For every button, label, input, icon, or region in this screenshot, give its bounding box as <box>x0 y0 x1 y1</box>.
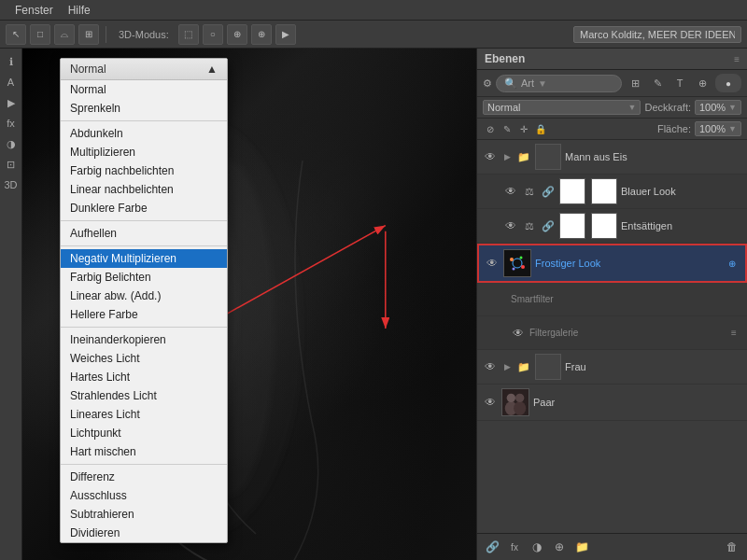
layer-paar[interactable]: 👁 Paar <box>477 385 747 421</box>
footer-adj-btn[interactable]: ⊕ <box>550 538 569 556</box>
tool-3d-5[interactable]: ▶ <box>275 24 296 45</box>
filter-btn-1[interactable]: ⊞ <box>626 74 644 92</box>
sep-4 <box>61 327 227 328</box>
blend-item-hart-mischen[interactable]: Hart mischen <box>61 442 227 461</box>
tool-3d[interactable]: 3D <box>2 175 21 194</box>
blend-item-linear-nachbelichten[interactable]: Linear nachbelichten <box>61 180 227 199</box>
menu-hilfe[interactable]: Hilfe <box>61 2 98 19</box>
tool-adjust[interactable]: ◑ <box>2 134 21 153</box>
blend-item-subtrahieren[interactable]: Subtrahieren <box>61 505 227 524</box>
blend-item-sprenkeln[interactable]: Sprenkeln <box>61 99 227 118</box>
tool-3d-4[interactable]: ⊕ <box>251 24 272 45</box>
blend-mode-select[interactable]: Normal ▼ <box>483 100 641 115</box>
tool-play[interactable]: ▶ <box>2 93 21 112</box>
layer-mann-aus-eis[interactable]: 👁 ▶ 📁 Mann aus Eis <box>477 140 747 175</box>
layer-vis-blauer[interactable]: 👁 <box>503 184 518 199</box>
layer-entsaettigen[interactable]: 👁 ⚖ 🔗 Entsättigen <box>477 209 747 244</box>
blend-item-negativ-multiplizieren[interactable]: Negativ Multiplizieren <box>61 249 227 268</box>
layer-vis-paar[interactable]: 👁 <box>483 395 498 410</box>
filter-btn-3[interactable]: T <box>670 74 689 92</box>
blend-item-lineares-licht[interactable]: Lineares Licht <box>61 405 227 424</box>
blend-mode-value: Normal <box>487 102 628 113</box>
tool-history[interactable]: ⊡ <box>2 155 21 174</box>
lock-position[interactable]: ✛ <box>516 121 531 136</box>
sep-5 <box>61 464 227 465</box>
blend-item-dividieren[interactable]: Dividieren <box>61 524 227 542</box>
lock-pixels[interactable]: ✎ <box>500 121 514 136</box>
layer-expand-1[interactable]: ▶ <box>501 151 513 162</box>
blend-item-aufhellen[interactable]: Aufhellen <box>61 224 227 243</box>
layer-vis-filter[interactable]: 👁 <box>511 326 526 341</box>
tool-lasso[interactable]: ⌓ <box>54 24 75 45</box>
tool-crop[interactable]: ⊞ <box>78 24 99 45</box>
blend-item-abdunkeln[interactable]: Abdunkeln <box>61 124 227 143</box>
filter-btn-2[interactable]: ✎ <box>648 74 667 92</box>
blend-item-multiplizieren[interactable]: Multiplizieren <box>61 143 227 161</box>
filter-toggle[interactable]: ● <box>715 74 741 92</box>
filter-dropdown-arrow[interactable]: ▼ <box>538 78 547 89</box>
layer-filtergalerie[interactable]: 👁 Filtergalerie ≡ <box>477 316 747 350</box>
blend-item-linear-abw[interactable]: Linear abw. (Add.) <box>61 287 227 305</box>
fill-input[interactable]: 100% ▼ <box>695 121 741 136</box>
filter-btn-4[interactable]: ⊕ <box>693 74 712 92</box>
blend-group-1: Normal Sprenkeln <box>61 80 227 118</box>
blend-item-weiches-licht[interactable]: Weiches Licht <box>61 349 227 368</box>
tool-3d-1[interactable]: ⬚ <box>178 24 199 45</box>
layer-vis-1[interactable]: 👁 <box>483 149 498 164</box>
filter-icon: ⚙ <box>483 77 492 90</box>
footer-fx-btn[interactable]: fx <box>505 538 524 556</box>
blend-item-hellere-farbe[interactable]: Hellere Farbe <box>61 305 227 324</box>
layer-frostiger-look[interactable]: 👁 Frostiger Look ⊕ <box>477 244 747 283</box>
filtergalerie-settings-icon[interactable]: ≡ <box>726 326 741 341</box>
sep1 <box>106 26 106 43</box>
panel-collapse-btn[interactable]: ≡ <box>734 54 740 64</box>
lock-transparent[interactable]: ⊘ <box>483 121 498 136</box>
blend-item-farbig-belichten[interactable]: Farbig Belichten <box>61 268 227 287</box>
layer-smart-icon: ⊕ <box>725 256 740 271</box>
blend-item-normal[interactable]: Normal <box>61 80 227 99</box>
tool-move[interactable]: ↖ <box>6 24 26 45</box>
menu-fenster[interactable]: Fenster <box>7 2 61 19</box>
blend-item-farbig-nachbelichten[interactable]: Farbig nachbelichten <box>61 161 227 180</box>
blend-item-differenz[interactable]: Differenz <box>61 468 227 486</box>
opacity-row: Normal ▼ Deckkraft: 100% ▼ <box>477 97 747 119</box>
opacity-input[interactable]: 100% ▼ <box>695 100 741 115</box>
tool-info[interactable]: ℹ <box>2 52 21 71</box>
layers-list[interactable]: 👁 ▶ 📁 Mann aus Eis 👁 ⚖ 🔗 Blauer Look 👁 ⚖… <box>477 140 747 533</box>
footer-link-btn[interactable]: 🔗 <box>483 538 501 556</box>
footer-trash-btn[interactable]: 🗑 <box>723 538 741 556</box>
blend-item-dunklere-farbe[interactable]: Dunklere Farbe <box>61 199 227 217</box>
footer-folder-btn[interactable]: 📁 <box>572 538 591 556</box>
blend-dropdown-header[interactable]: Normal ▲ <box>61 59 227 80</box>
sep-2 <box>61 220 227 221</box>
blend-group-6: Differenz Ausschluss Subtrahieren Dividi… <box>61 468 227 542</box>
blend-item-strahlendes-licht[interactable]: Strahlendes Licht <box>61 386 227 405</box>
tool-fx[interactable]: fx <box>2 114 21 133</box>
layer-frau[interactable]: 👁 ▶ 📁 Frau <box>477 350 747 385</box>
tool-3d-2[interactable]: ○ <box>203 24 223 45</box>
lock-icons: ⊘ ✎ ✛ 🔒 <box>483 121 548 136</box>
layer-thumb-paar <box>501 388 529 416</box>
layers-filter-row: ⚙ 🔍 Art ▼ ⊞ ✎ T ⊕ ● <box>477 70 747 97</box>
layer-vis-ent[interactable]: 👁 <box>503 218 518 233</box>
workspace-search[interactable] <box>573 26 741 43</box>
blend-dropdown-arrow: ▲ <box>206 63 218 76</box>
layer-vis-frostiger[interactable]: 👁 <box>485 256 500 271</box>
lock-all[interactable]: 🔒 <box>533 121 548 136</box>
svg-point-15 <box>507 394 515 402</box>
blend-group-3: Aufhellen <box>61 224 227 243</box>
blend-current-value: Normal <box>70 63 106 76</box>
blend-item-lichtpunkt[interactable]: Lichtpunkt <box>61 424 227 442</box>
layer-folder-icon-frau: 📁 <box>516 359 531 374</box>
tool-3d-3[interactable]: ⊕ <box>227 24 247 45</box>
blend-item-ausschluss[interactable]: Ausschluss <box>61 486 227 505</box>
layer-vis-frau[interactable]: 👁 <box>483 359 498 374</box>
svg-point-9 <box>520 257 523 259</box>
tool-type[interactable]: A <box>2 73 21 91</box>
blend-item-hartes-licht[interactable]: Hartes Licht <box>61 368 227 386</box>
blend-item-ineinanderkopieren[interactable]: Ineinanderkopieren <box>61 330 227 349</box>
footer-mask-btn[interactable]: ◑ <box>528 538 546 556</box>
layer-blauer-look[interactable]: 👁 ⚖ 🔗 Blauer Look <box>477 175 747 209</box>
tool-rect[interactable]: □ <box>30 24 50 45</box>
layer-expand-frau[interactable]: ▶ <box>501 361 513 372</box>
